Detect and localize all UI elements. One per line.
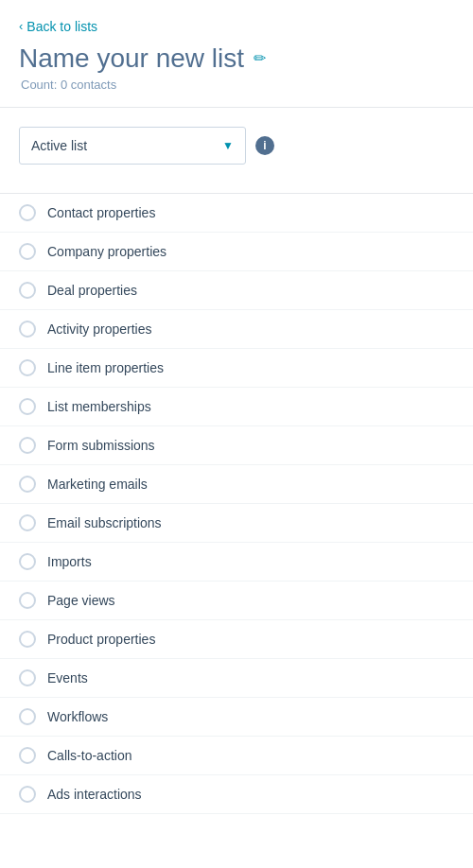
filter-item-form-submissions[interactable]: Form submissions [0, 426, 473, 465]
radio-calls-to-action [19, 747, 36, 764]
radio-ads-interactions [19, 786, 36, 803]
radio-workflows [19, 708, 36, 725]
filter-label-contact-properties: Contact properties [47, 205, 155, 220]
filter-item-line-item-properties[interactable]: Line item properties [0, 349, 473, 388]
radio-line-item-properties [19, 359, 36, 376]
filter-label-list-memberships: List memberships [47, 399, 151, 414]
title-row: Name your new list ✏ [19, 43, 454, 74]
filter-list: Contact propertiesCompany propertiesDeal… [0, 194, 473, 814]
header-section: ‹ Back to lists Name your new list ✏ Cou… [0, 0, 473, 108]
radio-page-views [19, 592, 36, 609]
filter-item-company-properties[interactable]: Company properties [0, 233, 473, 271]
radio-contact-properties [19, 204, 36, 221]
radio-product-properties [19, 631, 36, 648]
filter-item-ads-interactions[interactable]: Ads interactions [0, 775, 473, 814]
back-chevron-icon: ‹ [19, 19, 23, 33]
dropdown-selected-value: Active list [31, 138, 87, 153]
filter-item-imports[interactable]: Imports [0, 543, 473, 582]
filter-label-line-item-properties: Line item properties [47, 360, 164, 375]
filter-item-page-views[interactable]: Page views [0, 582, 473, 620]
filter-label-marketing-emails: Marketing emails [47, 477, 148, 492]
radio-deal-properties [19, 282, 36, 299]
info-icon[interactable]: i [255, 136, 274, 155]
filter-item-marketing-emails[interactable]: Marketing emails [0, 465, 473, 504]
filter-label-company-properties: Company properties [47, 244, 166, 259]
list-type-dropdown[interactable]: Active list ▼ [19, 127, 246, 165]
filter-label-form-submissions: Form submissions [47, 438, 155, 453]
dropdown-arrow-icon: ▼ [222, 139, 234, 152]
filter-item-product-properties[interactable]: Product properties [0, 620, 473, 659]
radio-imports [19, 553, 36, 570]
filter-item-events[interactable]: Events [0, 659, 473, 698]
filter-item-deal-properties[interactable]: Deal properties [0, 271, 473, 310]
filter-label-product-properties: Product properties [47, 632, 155, 647]
filter-item-calls-to-action[interactable]: Calls-to-action [0, 737, 473, 775]
filter-label-events: Events [47, 670, 88, 686]
edit-icon[interactable]: ✏ [254, 49, 266, 67]
filter-label-activity-properties: Activity properties [47, 321, 151, 337]
dropdown-wrapper: Active list ▼ i [19, 127, 454, 165]
filter-item-contact-properties[interactable]: Contact properties [0, 194, 473, 233]
filter-label-imports: Imports [47, 554, 92, 569]
filter-label-email-subscriptions: Email subscriptions [47, 515, 162, 530]
count-label: Count: 0 contacts [21, 78, 454, 92]
radio-form-submissions [19, 437, 36, 454]
filter-label-workflows: Workflows [47, 709, 108, 724]
dropdown-section: Active list ▼ i [0, 108, 473, 174]
back-to-lists-link[interactable]: ‹ Back to lists [19, 19, 97, 34]
page-title: Name your new list [19, 43, 244, 74]
back-link-label: Back to lists [26, 19, 97, 34]
radio-list-memberships [19, 398, 36, 415]
radio-marketing-emails [19, 476, 36, 493]
filter-item-activity-properties[interactable]: Activity properties [0, 310, 473, 349]
filter-label-page-views: Page views [47, 593, 115, 608]
filter-item-list-memberships[interactable]: List memberships [0, 388, 473, 426]
radio-company-properties [19, 243, 36, 260]
filter-item-email-subscriptions[interactable]: Email subscriptions [0, 504, 473, 543]
filter-label-deal-properties: Deal properties [47, 283, 137, 298]
filter-section: Contact propertiesCompany propertiesDeal… [0, 193, 473, 814]
radio-activity-properties [19, 321, 36, 338]
radio-events [19, 669, 36, 686]
filter-item-workflows[interactable]: Workflows [0, 698, 473, 737]
radio-email-subscriptions [19, 514, 36, 531]
filter-label-calls-to-action: Calls-to-action [47, 748, 131, 763]
filter-label-ads-interactions: Ads interactions [47, 787, 142, 802]
